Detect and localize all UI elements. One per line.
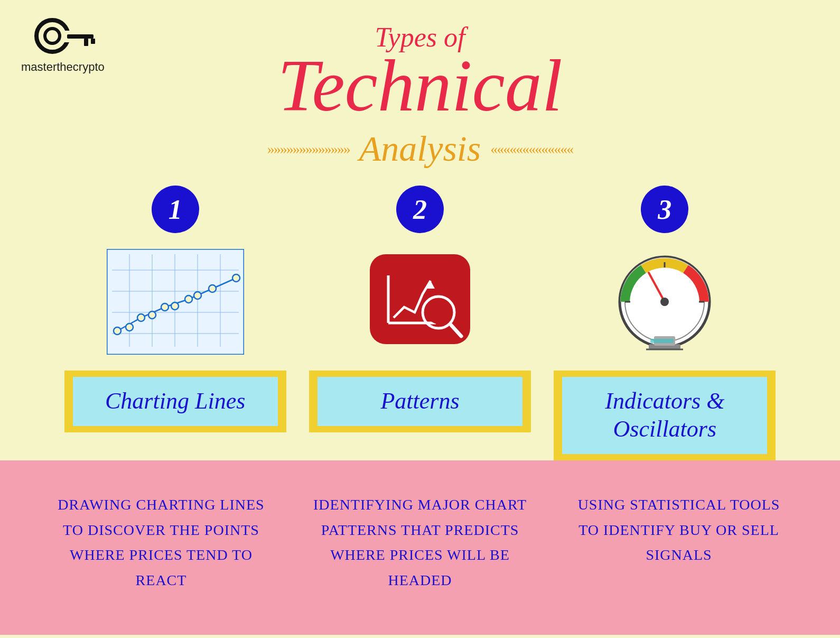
svg-rect-4 (91, 39, 95, 44)
svg-point-16 (114, 327, 121, 335)
label-box-2-outer: Patterns (309, 371, 531, 432)
svg-point-20 (209, 285, 216, 292)
description-2: Identifying major chart patterns that pr… (309, 492, 531, 593)
label-box-2-inner: Patterns (318, 377, 522, 426)
column-3: 3 (543, 186, 786, 460)
badge-2-number: 2 (413, 194, 427, 225)
svg-point-5 (45, 29, 60, 43)
badge-3-number: 3 (658, 194, 671, 225)
label-2: Patterns (380, 388, 459, 414)
header-center: Types of Technical »»»»»»»»»»»»» Analysi… (21, 16, 819, 170)
svg-point-19 (185, 295, 192, 303)
svg-point-23 (148, 311, 156, 319)
icon-patterns (346, 244, 494, 360)
badge-3: 3 (641, 186, 688, 233)
badge-1: 1 (152, 186, 199, 233)
description-3-text: Using statistical tools to identify buy … (568, 492, 790, 568)
logo-icon (29, 16, 97, 58)
label-box-3-inner: Indicators & Oscillators (562, 377, 767, 454)
svg-point-22 (126, 323, 133, 331)
gauge-svg (604, 249, 725, 355)
svg-point-21 (232, 274, 240, 282)
icon-indicators (591, 244, 739, 360)
badge-1-number: 1 (169, 194, 182, 225)
description-3: Using statistical tools to identify buy … (568, 492, 790, 593)
label-box-1-outer: Charting Lines (64, 371, 286, 432)
description-1-text: Drawing charting lines to discover the p… (50, 492, 272, 593)
label-box-3-outer: Indicators & Oscillators (554, 371, 776, 460)
svg-point-24 (171, 302, 179, 310)
label-3: Indicators & Oscillators (605, 388, 724, 442)
analysis-text: Analysis (359, 128, 481, 170)
label-box-1-inner: Charting Lines (73, 377, 278, 426)
badge-2: 2 (396, 186, 444, 233)
description-1: Drawing charting lines to discover the p… (50, 492, 272, 593)
column-1: 1 (54, 186, 297, 432)
logo-area: masterthecrypto (21, 16, 105, 74)
top-section: masterthecrypto Types of Technical »»»»»… (0, 0, 840, 460)
chevrons-right: ««««««««««««« (490, 141, 573, 158)
icon-charting-lines (101, 244, 249, 360)
column-2: 2 (298, 186, 542, 432)
columns-area: 1 (21, 186, 819, 460)
chart-lines-svg (107, 249, 244, 355)
svg-rect-2 (67, 34, 94, 39)
svg-point-25 (194, 292, 201, 299)
svg-point-31 (427, 301, 450, 324)
patterns-svg (362, 249, 478, 355)
svg-point-17 (137, 314, 145, 321)
svg-point-18 (161, 303, 169, 311)
chevrons-left: »»»»»»»»»»»»» (267, 141, 350, 158)
analysis-row: »»»»»»»»»»»»» Analysis ««««««««««««« (21, 128, 819, 170)
logo-text: masterthecrypto (21, 60, 105, 74)
svg-rect-43 (650, 339, 674, 343)
svg-point-39 (660, 298, 669, 306)
bottom-section: Drawing charting lines to discover the p… (0, 460, 840, 635)
description-2-text: Identifying major chart patterns that pr… (309, 492, 531, 593)
label-1: Charting Lines (105, 388, 245, 414)
svg-rect-3 (84, 39, 88, 46)
technical-text: Technical (21, 49, 819, 123)
